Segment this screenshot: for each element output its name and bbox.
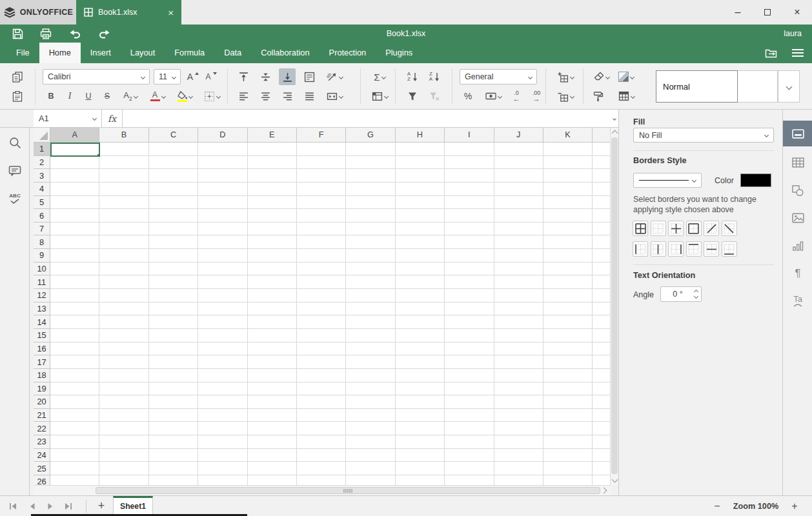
cell-partial-15[interactable] [593, 329, 610, 342]
cell-e26[interactable] [248, 475, 297, 485]
first-sheet-button[interactable] [9, 502, 18, 510]
cell-k1[interactable] [543, 143, 593, 156]
cell-b1[interactable] [99, 143, 148, 156]
cell-c3[interactable] [149, 169, 198, 183]
cell-h3[interactable] [396, 169, 445, 183]
cell-a10[interactable] [50, 263, 99, 276]
cell-f23[interactable] [297, 435, 346, 449]
cell-j15[interactable] [494, 329, 543, 342]
row-header-1[interactable]: 1 [34, 143, 50, 156]
cell-c14[interactable] [149, 315, 198, 329]
copy-style-button[interactable] [590, 88, 607, 104]
cell-partial-20[interactable] [593, 395, 610, 409]
user-name[interactable]: laura [784, 25, 802, 43]
menu-tab-protection[interactable]: Protection [320, 43, 376, 63]
cell-e5[interactable] [248, 196, 297, 210]
cell-a9[interactable] [50, 249, 99, 263]
bold-button[interactable]: B [43, 88, 59, 104]
cell-i3[interactable] [445, 169, 494, 183]
vertical-scroll-thumb[interactable] [611, 137, 618, 474]
cell-j18[interactable] [494, 369, 543, 382]
cell-e21[interactable] [248, 409, 297, 422]
row-header-16[interactable]: 16 [34, 342, 50, 356]
cell-d14[interactable] [198, 315, 247, 329]
cell-g20[interactable] [346, 395, 395, 409]
cell-j24[interactable] [494, 449, 543, 462]
column-header-j[interactable]: J [494, 128, 543, 143]
cell-b20[interactable] [99, 395, 148, 409]
align-middle-button[interactable] [257, 68, 274, 85]
menu-tab-formula[interactable]: Formula [165, 43, 214, 63]
cell-b22[interactable] [99, 422, 148, 435]
cell-d17[interactable] [198, 355, 247, 369]
row-header-20[interactable]: 20 [34, 395, 50, 409]
add-sheet-button[interactable]: + [92, 496, 111, 516]
cell-j22[interactable] [494, 422, 543, 435]
diagonal-up-border-button[interactable] [704, 221, 719, 236]
cell-e11[interactable] [248, 275, 297, 289]
row-header-15[interactable]: 15 [34, 329, 50, 342]
cell-k26[interactable] [543, 475, 593, 485]
cell-g23[interactable] [346, 435, 395, 449]
font-name-select[interactable]: Calibri [43, 69, 150, 84]
cell-d24[interactable] [198, 449, 247, 462]
decrease-font-button[interactable]: A [203, 68, 219, 85]
shape-settings-tab[interactable] [783, 177, 812, 203]
cell-a13[interactable] [50, 303, 99, 316]
summation-button[interactable]: Σ [367, 68, 392, 85]
cell-f7[interactable] [297, 223, 346, 236]
cell-e23[interactable] [248, 435, 297, 449]
cell-b16[interactable] [99, 342, 148, 356]
cell-h16[interactable] [396, 342, 445, 356]
cell-g4[interactable] [346, 183, 395, 196]
cell-b8[interactable] [99, 235, 148, 249]
cell-e7[interactable] [248, 223, 297, 236]
scroll-up-icon[interactable] [612, 130, 618, 137]
cell-k15[interactable] [543, 329, 593, 342]
cell-e19[interactable] [248, 382, 297, 396]
cell-b13[interactable] [99, 303, 148, 316]
cell-h1[interactable] [396, 143, 445, 156]
cell-c15[interactable] [149, 329, 198, 342]
cell-h12[interactable] [396, 289, 445, 303]
cell-d11[interactable] [198, 275, 247, 289]
cell-i17[interactable] [445, 355, 494, 369]
cell-e17[interactable] [248, 355, 297, 369]
cell-d9[interactable] [198, 249, 247, 263]
cell-e6[interactable] [248, 209, 297, 223]
cell-f18[interactable] [297, 369, 346, 382]
cell-partial-26[interactable] [593, 475, 610, 485]
scroll-right-icon[interactable] [601, 488, 607, 494]
cell-j11[interactable] [494, 275, 543, 289]
cell-k22[interactable] [543, 422, 593, 435]
scroll-down-icon[interactable] [612, 477, 618, 483]
cell-a11[interactable] [50, 275, 99, 289]
cell-g8[interactable] [346, 235, 395, 249]
cell-k4[interactable] [543, 183, 593, 196]
cell-e13[interactable] [248, 303, 297, 316]
cell-f20[interactable] [297, 395, 346, 409]
cell-d2[interactable] [198, 156, 247, 170]
align-left-button[interactable] [235, 88, 252, 104]
cell-i8[interactable] [445, 235, 494, 249]
cell-f19[interactable] [297, 382, 346, 396]
cell-e14[interactable] [248, 315, 297, 329]
comments-button[interactable] [5, 161, 25, 181]
cell-a15[interactable] [50, 329, 99, 342]
cell-i4[interactable] [445, 183, 494, 196]
cell-a3[interactable] [50, 169, 99, 183]
cell-c12[interactable] [149, 289, 198, 303]
cell-j4[interactable] [494, 183, 543, 196]
cell-c13[interactable] [149, 303, 198, 316]
cell-b2[interactable] [99, 156, 148, 170]
insert-function-button[interactable]: fx [102, 110, 123, 127]
minimize-button[interactable]: – [723, 0, 753, 25]
zoom-out-button[interactable]: − [707, 501, 727, 512]
row-header-14[interactable]: 14 [34, 315, 50, 329]
cell-j14[interactable] [494, 315, 543, 329]
cell-c26[interactable] [149, 475, 198, 485]
cell-i7[interactable] [445, 223, 494, 236]
cell-e1[interactable] [248, 143, 297, 156]
cell-f5[interactable] [297, 196, 346, 210]
horizontal-scroll-thumb[interactable] [96, 487, 600, 494]
